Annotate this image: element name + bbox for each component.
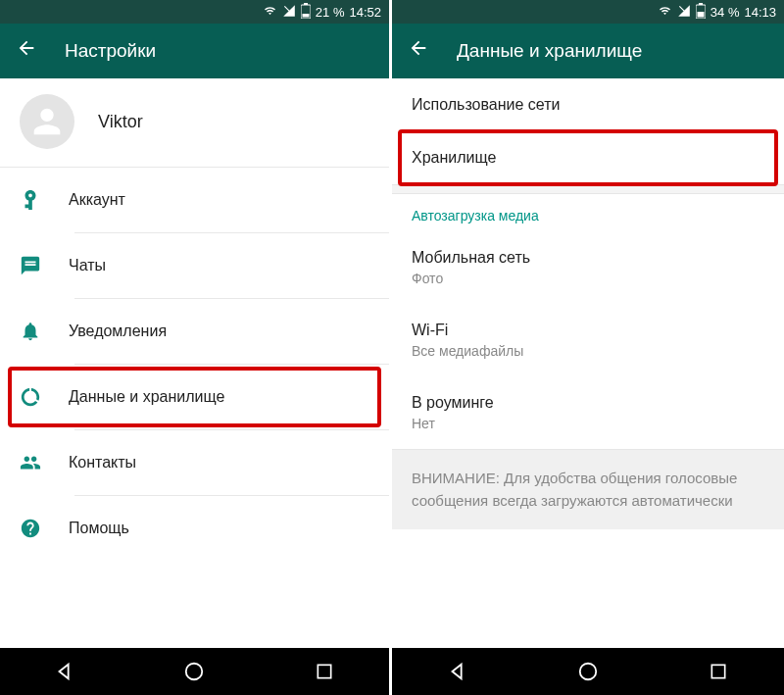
data-usage-icon: [20, 386, 41, 408]
nav-home[interactable]: [182, 660, 206, 683]
page-title: Данные и хранилище: [457, 40, 642, 62]
item-subtitle: Нет: [412, 416, 764, 431]
app-bar: Данные и хранилище: [392, 24, 784, 78]
section-header-autoload: Автозагрузка медиа: [392, 194, 784, 231]
nav-bar: [392, 648, 784, 695]
svg-rect-3: [302, 14, 309, 18]
nav-home[interactable]: [576, 660, 600, 683]
phone-left-settings: 21 % 14:52 Настройки Viktor Аккаунт Чаты…: [0, 0, 392, 695]
bell-icon: [20, 321, 41, 342]
menu-label: Данные и хранилище: [69, 388, 224, 406]
menu-label: Помощь: [69, 520, 129, 537]
item-title: Использование сети: [412, 96, 764, 114]
svg-point-4: [186, 664, 203, 680]
menu-label: Уведомления: [69, 323, 167, 340]
clock: 14:13: [744, 5, 776, 20]
signal-icon: [282, 4, 296, 21]
menu-item-notifications[interactable]: Уведомления: [0, 299, 389, 364]
content: Использование сети Хранилище Автозагрузк…: [392, 78, 784, 648]
contacts-icon: [20, 452, 41, 473]
clock: 14:52: [349, 5, 381, 20]
page-title: Настройки: [65, 40, 156, 62]
status-icons: 34 % 14:13: [658, 3, 776, 22]
profile-row[interactable]: Viktor: [0, 78, 389, 167]
battery-icon: [301, 3, 311, 22]
signal-icon: [677, 4, 691, 21]
item-title: Хранилище: [412, 149, 764, 167]
menu-label: Аккаунт: [69, 191, 125, 209]
item-title: Wi-Fi: [412, 322, 764, 339]
back-button[interactable]: [408, 37, 429, 65]
item-wifi[interactable]: Wi-Fi Все медиафайлы: [392, 304, 784, 376]
menu-item-contacts[interactable]: Контакты: [0, 430, 389, 495]
svg-rect-9: [697, 12, 704, 18]
svg-rect-5: [318, 665, 330, 677]
menu-item-help[interactable]: Помощь: [0, 496, 389, 561]
item-subtitle: Фото: [412, 271, 764, 286]
back-button[interactable]: [16, 37, 37, 65]
item-storage[interactable]: Хранилище: [392, 131, 784, 184]
item-subtitle: Все медиафайлы: [412, 343, 764, 359]
menu-label: Контакты: [69, 454, 136, 472]
app-bar: Настройки: [0, 24, 389, 78]
phone-right-data-storage: 34 % 14:13 Данные и хранилище Использова…: [392, 0, 784, 695]
menu-item-data-storage[interactable]: Данные и хранилище: [0, 365, 389, 429]
menu-item-account[interactable]: Аккаунт: [0, 168, 389, 232]
warning-text: ВНИМАНИЕ: Для удобства общения голосовые…: [392, 449, 784, 529]
item-roaming[interactable]: В роуминге Нет: [392, 376, 784, 449]
item-network-usage[interactable]: Использование сети: [392, 78, 784, 131]
item-mobile-network[interactable]: Мобильная сеть Фото: [392, 231, 784, 304]
key-icon: [20, 189, 41, 211]
menu-label: Чаты: [69, 257, 106, 274]
nav-recent[interactable]: [313, 660, 336, 683]
nav-back[interactable]: [446, 660, 469, 683]
menu-item-chats[interactable]: Чаты: [0, 233, 389, 298]
battery-percent: 21 %: [316, 5, 345, 20]
battery-icon: [696, 3, 706, 22]
svg-point-10: [580, 664, 597, 680]
nav-bar: [0, 648, 389, 695]
status-bar: 34 % 14:13: [392, 0, 784, 24]
nav-recent[interactable]: [707, 660, 730, 683]
content: Viktor Аккаунт Чаты Уведомления Данные и…: [0, 78, 389, 648]
svg-rect-11: [712, 665, 725, 677]
svg-rect-2: [304, 3, 308, 5]
wifi-icon: [263, 5, 277, 20]
battery-percent: 34 %: [710, 5, 740, 20]
status-bar: 21 % 14:52: [0, 0, 389, 24]
nav-back[interactable]: [53, 660, 76, 683]
section-divider: [392, 184, 784, 194]
item-title: Мобильная сеть: [412, 249, 764, 267]
avatar: [20, 94, 74, 149]
profile-name: Viktor: [98, 112, 143, 132]
chat-icon: [20, 255, 41, 276]
help-icon: [20, 518, 41, 539]
status-icons: 21 % 14:52: [263, 3, 381, 22]
item-title: В роуминге: [412, 394, 764, 412]
svg-rect-8: [699, 3, 703, 5]
wifi-icon: [658, 5, 672, 20]
